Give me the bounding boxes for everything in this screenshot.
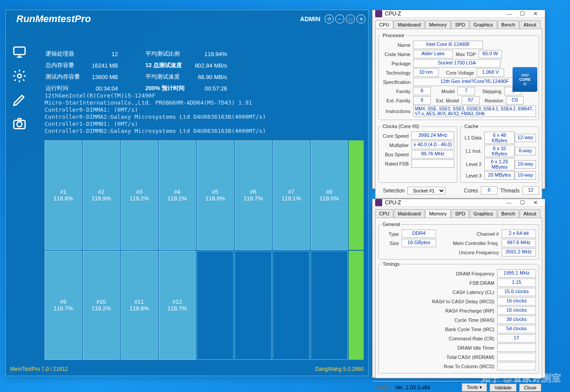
- tab-about[interactable]: About: [520, 209, 540, 218]
- refresh-icon[interactable]: ⟳: [325, 15, 334, 23]
- intel-logo-icon: intelCOREi5: [513, 67, 537, 92]
- memtest-sidebar: [12, 45, 27, 131]
- tab-spd[interactable]: SPD: [451, 20, 469, 29]
- timing-row: Command Rate (CR)1T: [381, 334, 536, 343]
- tab-graphics[interactable]: Graphics: [470, 20, 497, 29]
- timing-row: CAS# Latency (CL)15.0 clocks: [381, 288, 536, 296]
- cpuz-titlebar[interactable]: CPU-Z — ☐ ✕: [372, 199, 545, 207]
- timing-row: DRAM Idle Timer: [381, 343, 536, 352]
- svg-rect-0: [14, 47, 25, 55]
- worker-cell[interactable]: #4119.2%: [159, 140, 196, 250]
- cpuz-logo: CPU-Z: [376, 384, 392, 391]
- progress-sidebar: [349, 140, 364, 250]
- timing-row: Row To Column (tRCD): [381, 362, 536, 370]
- cpuz-tabs: CPU Mainboard Memory SPD Graphics Bench …: [375, 209, 542, 218]
- worker-cell-empty: [197, 251, 234, 360]
- cpuz-window-memory: CPU-Z — ☐ ✕ CPU Mainboard Memory SPD Gra…: [372, 199, 545, 378]
- worker-cell[interactable]: #3119.2%: [121, 140, 158, 250]
- cache-group: Cache L1 Data6 x 48 KBytes12-way L1 Inst…: [460, 124, 539, 183]
- tab-cpu[interactable]: CPU: [375, 209, 393, 218]
- maximize-icon[interactable]: □: [346, 15, 355, 23]
- memory-timings-group: Timings DRAM Frequency1995.1 MHzFSB:DRAM…: [378, 261, 539, 373]
- worker-cell-empty: [311, 251, 348, 360]
- clocks-group: Clocks (Core #0) Core Speed3990.24 MHz M…: [378, 124, 457, 183]
- footer-right: DangWang 5.0.2860: [315, 366, 364, 372]
- memtest-window: RunMemtestPro ADMIN ⟳ ─ □ ✕ 逻辑处理器12 平均测试…: [5, 10, 369, 376]
- cpuz-tabs: CPU Mainboard Memory SPD Graphics Bench …: [375, 20, 542, 29]
- worker-cell[interactable]: #1118.8%: [45, 140, 82, 250]
- worker-cell-empty: [273, 251, 310, 360]
- memtest-footer: MemTestPro 7.0 / 21812 DangWang 5.0.2860: [10, 366, 364, 372]
- monitor-icon[interactable]: [12, 45, 27, 60]
- worker-cell[interactable]: #12118.7%: [159, 251, 196, 360]
- worker-cell[interactable]: #9118.7%: [45, 251, 82, 360]
- cpuz-title: CPU-Z: [385, 200, 502, 206]
- minimize-icon[interactable]: —: [502, 200, 516, 206]
- cpuz-icon: [375, 199, 382, 206]
- close-icon[interactable]: ✕: [529, 200, 542, 206]
- memtest-title: RunMemtestPro: [16, 13, 300, 25]
- tab-mainboard[interactable]: Mainboard: [394, 20, 425, 29]
- timing-row: Bank Cycle Time (tRC)54 clocks: [381, 325, 536, 333]
- cpuz-titlebar[interactable]: CPU-Z — ☐ ✕: [372, 10, 545, 18]
- tab-spd[interactable]: SPD: [451, 209, 469, 218]
- cpuz-panel-memory: General TypeDDR4 Channel #2 x 64-bit Siz…: [375, 218, 542, 378]
- close-icon[interactable]: ✕: [357, 15, 365, 23]
- cpuz-window-cpu: CPU-Z — ☐ ✕ CPU Mainboard Memory SPD Gra…: [372, 10, 545, 189]
- close-icon[interactable]: ✕: [529, 11, 542, 17]
- memtest-titlebar[interactable]: RunMemtestPro ADMIN ⟳ ─ □ ✕: [6, 10, 368, 28]
- maximize-icon[interactable]: ☐: [516, 11, 529, 17]
- tab-bench[interactable]: Bench: [498, 209, 519, 218]
- cpu-name: Intel Core i5 12490F: [413, 41, 483, 49]
- camera-icon[interactable]: [12, 116, 27, 131]
- tab-cpu[interactable]: CPU: [375, 20, 393, 29]
- svg-point-1: [18, 74, 22, 78]
- socket-select[interactable]: Socket #1: [407, 187, 445, 195]
- admin-label: ADMIN: [300, 15, 320, 23]
- memtest-grid: #1118.8% #2118.9% #3119.2% #4119.2% #511…: [45, 140, 364, 360]
- progress-sidebar: [349, 251, 364, 360]
- timing-row: RAS# Precharge (tRP)16 clocks: [381, 306, 536, 315]
- worker-cell[interactable]: #6118.7%: [235, 140, 272, 250]
- worker-cell[interactable]: #8119.0%: [311, 140, 348, 250]
- tab-mainboard[interactable]: Mainboard: [394, 209, 425, 218]
- timing-row: RAS# to CAS# Delay (tRCD)16 clocks: [381, 297, 536, 305]
- svg-point-3: [17, 122, 22, 127]
- worker-cell[interactable]: #7119.1%: [273, 140, 310, 250]
- memtest-stats: 逻辑处理器12 平均测试比例118.94% 总内存容量16241 MB 12 总…: [45, 48, 234, 94]
- cpuz-title: CPU-Z: [385, 11, 502, 17]
- worker-cell-empty: [235, 251, 272, 360]
- memtest-sysinfo: 12thGenIntel(R)Core(TM)i5-12490F Micro-S…: [45, 92, 266, 135]
- worker-cell[interactable]: #11119.6%: [121, 251, 158, 360]
- tab-about[interactable]: About: [520, 20, 540, 29]
- footer-left: MemTestPro 7.0 / 21812: [10, 366, 68, 372]
- cpuz-version: Ver. 2.03.0.x64: [395, 384, 430, 391]
- tab-memory[interactable]: Memory: [425, 20, 451, 29]
- maximize-icon[interactable]: ☐: [516, 200, 529, 206]
- timing-row: FSB:DRAM1:15: [381, 279, 536, 287]
- cpuz-panel-cpu: intelCOREi5 Processor NameIntel Core i5 …: [375, 29, 542, 199]
- memory-general-group: General TypeDDR4 Channel #2 x 64-bit Siz…: [378, 222, 539, 260]
- cpuz-icon: [375, 10, 382, 17]
- worker-cell[interactable]: #5118.8%: [197, 140, 234, 250]
- timing-row: Total CAS# (tRDRAM): [381, 353, 536, 361]
- minimize-icon[interactable]: ─: [335, 15, 344, 23]
- worker-cell[interactable]: #2118.9%: [83, 140, 120, 250]
- watermark: 知乎 @管家评测室: [481, 372, 561, 385]
- minimize-icon[interactable]: —: [502, 11, 516, 17]
- tab-memory[interactable]: Memory: [425, 209, 451, 218]
- tab-graphics[interactable]: Graphics: [470, 209, 497, 218]
- tab-bench[interactable]: Bench: [498, 20, 519, 29]
- worker-cell[interactable]: #10119.2%: [83, 251, 120, 360]
- brush-icon[interactable]: [12, 92, 27, 107]
- gear-icon[interactable]: [12, 68, 27, 83]
- timing-row: Cycle Time (tRAS)38 clocks: [381, 316, 536, 324]
- timing-row: DRAM Frequency1995.1 MHz: [381, 269, 536, 278]
